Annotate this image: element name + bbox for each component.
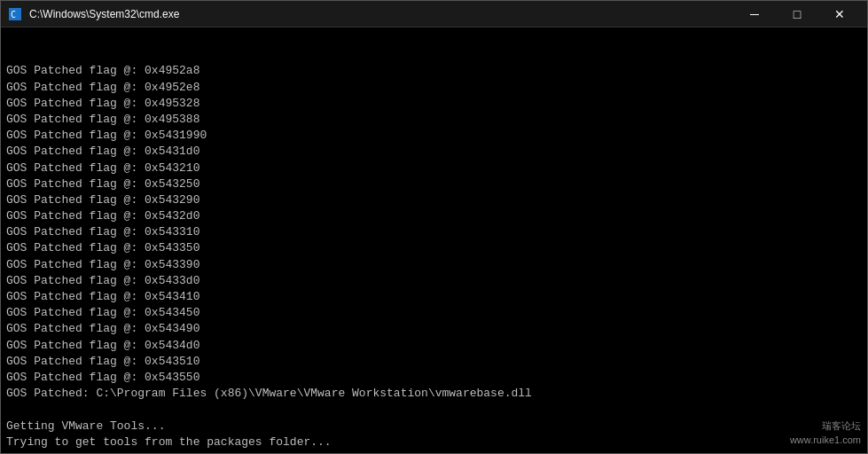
cmd-icon: C bbox=[8, 7, 22, 21]
console-line: GOS Patched flag @: 0x5432d0 bbox=[6, 208, 862, 224]
console-line: GOS Patched flag @: 0x5431990 bbox=[6, 128, 862, 144]
console-line: GOS Patched flag @: 0x543550 bbox=[6, 370, 862, 386]
console-line: Trying to get tools from the packages fo… bbox=[6, 434, 862, 450]
console-line: Retrieving Darwin tools from: http://sof… bbox=[6, 450, 862, 453]
console-line: GOS Patched flag @: 0x495328 bbox=[6, 96, 862, 112]
console-line: GOS Patched flag @: 0x4952e8 bbox=[6, 80, 862, 96]
console-line: GOS Patched flag @: 0x4952a8 bbox=[6, 63, 862, 79]
console-line: Getting VMware Tools... bbox=[6, 419, 862, 434]
close-button[interactable]: ✕ bbox=[819, 1, 860, 27]
console-line: GOS Patched flag @: 0x543390 bbox=[6, 257, 862, 273]
console-output: GOS Patched flag @: 0x4952a8GOS Patched … bbox=[1, 27, 867, 453]
maximize-button[interactable]: □ bbox=[777, 1, 817, 27]
cmd-window: C C:\Windows\System32\cmd.exe ─ □ ✕ GOS … bbox=[0, 0, 868, 454]
console-line: GOS Patched: C:\Program Files (x86)\VMwa… bbox=[6, 386, 862, 402]
console-line: GOS Patched flag @: 0x5433d0 bbox=[6, 273, 862, 289]
console-line: GOS Patched flag @: 0x5431d0 bbox=[6, 144, 862, 160]
console-line: GOS Patched flag @: 0x543310 bbox=[6, 224, 862, 240]
console-line: GOS Patched flag @: 0x5434d0 bbox=[6, 338, 862, 354]
console-line bbox=[6, 402, 862, 418]
title-bar-left: C C:\Windows\System32\cmd.exe bbox=[8, 7, 179, 21]
console-line: GOS Patched flag @: 0x495388 bbox=[6, 112, 862, 128]
console-line: GOS Patched flag @: 0x543410 bbox=[6, 289, 862, 305]
console-line: GOS Patched flag @: 0x543210 bbox=[6, 160, 862, 176]
console-line: GOS Patched flag @: 0x543490 bbox=[6, 321, 862, 337]
title-bar-text: C:\Windows\System32\cmd.exe bbox=[29, 8, 179, 20]
svg-text:C: C bbox=[11, 10, 16, 20]
console-line: GOS Patched flag @: 0x543250 bbox=[6, 176, 862, 192]
console-line: GOS Patched flag @: 0x543350 bbox=[6, 240, 862, 256]
console-line: GOS Patched flag @: 0x543450 bbox=[6, 305, 862, 321]
console-content: GOS Patched flag @: 0x4952a8GOS Patched … bbox=[6, 63, 862, 453]
console-line: GOS Patched flag @: 0x543290 bbox=[6, 192, 862, 208]
title-bar-controls: ─ □ ✕ bbox=[734, 1, 860, 27]
title-bar: C C:\Windows\System32\cmd.exe ─ □ ✕ bbox=[1, 1, 867, 27]
minimize-button[interactable]: ─ bbox=[734, 1, 775, 27]
console-line: GOS Patched flag @: 0x543510 bbox=[6, 354, 862, 370]
